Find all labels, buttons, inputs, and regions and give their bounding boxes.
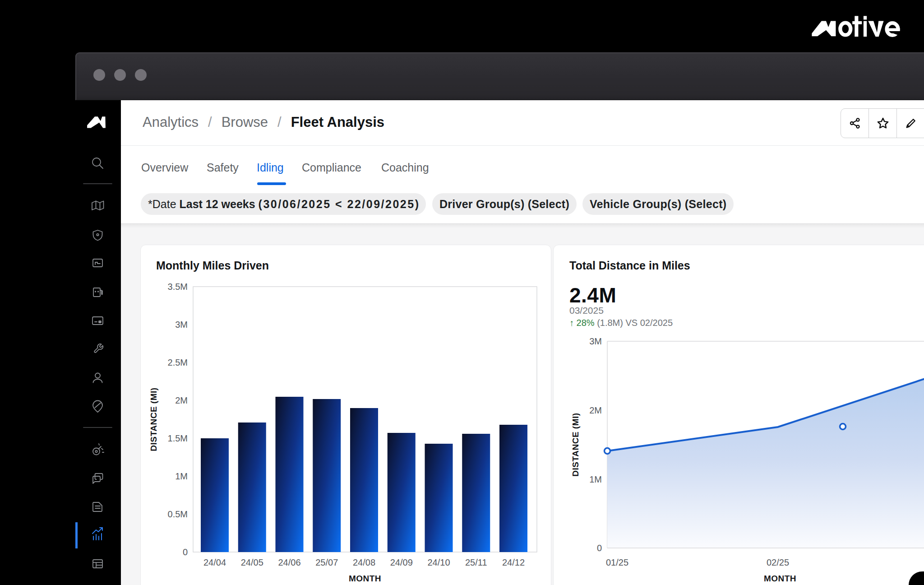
svg-text:24/05: 24/05	[241, 557, 263, 567]
svg-text:24/08: 24/08	[353, 557, 375, 567]
svg-text:2M: 2M	[175, 395, 188, 405]
svg-text:MONTH: MONTH	[764, 574, 796, 583]
svg-text:3.5M: 3.5M	[168, 282, 188, 292]
svg-text:3M: 3M	[175, 320, 188, 330]
svg-text:0: 0	[183, 547, 188, 557]
svg-text:02/25: 02/25	[767, 557, 789, 567]
svg-text:24/10: 24/10	[427, 557, 450, 567]
svg-text:2.5M: 2.5M	[168, 358, 188, 367]
svg-text:3M: 3M	[589, 336, 602, 346]
svg-text:24/04: 24/04	[203, 557, 226, 567]
svg-text:25/11: 25/11	[465, 557, 487, 567]
svg-text:DISTANCE (MI): DISTANCE (MI)	[149, 387, 158, 451]
svg-text:DISTANCE (MI): DISTANCE (MI)	[571, 413, 580, 476]
svg-text:24/09: 24/09	[390, 557, 413, 567]
svg-text:24/06: 24/06	[278, 557, 300, 567]
svg-text:2M: 2M	[589, 405, 602, 415]
svg-text:MONTH: MONTH	[349, 574, 381, 583]
svg-text:24/12: 24/12	[502, 557, 525, 567]
svg-text:1.5M: 1.5M	[168, 433, 188, 443]
svg-text:1M: 1M	[175, 471, 188, 481]
svg-text:01/25: 01/25	[606, 557, 628, 567]
svg-text:25/07: 25/07	[315, 557, 338, 567]
svg-text:0: 0	[597, 543, 602, 553]
svg-text:1M: 1M	[589, 474, 602, 484]
svg-text:0.5M: 0.5M	[168, 509, 188, 519]
